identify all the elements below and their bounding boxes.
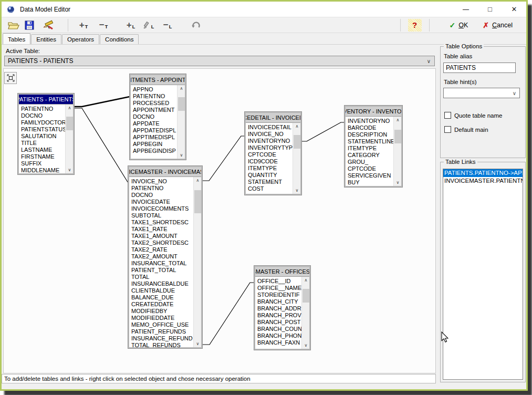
field-row[interactable]: BRANCH_COUN [257,326,301,332]
field-row[interactable]: ITEMTYPE [348,145,393,152]
field-row[interactable]: FAMILYDOCTOR [21,119,65,126]
table-header[interactable]: PATIENTS - PATIENTS [19,95,73,105]
table-header[interactable]: INVOICEMASTER - INVOICEMASTER [129,167,201,177]
table-scrollbar[interactable]: ∧∨ [293,123,300,194]
field-row[interactable]: INVENTORYNO [248,138,293,144]
refresh-button[interactable] [189,18,203,32]
scroll-thumb[interactable] [194,190,201,213]
field-row[interactable]: APPTIMEDISPL [133,134,177,141]
field-row[interactable]: DESCRIPTION [348,131,393,138]
link-patients-invoicemaster[interactable] [74,108,128,183]
field-row[interactable]: TOTAL [131,274,193,280]
clear-model-button[interactable] [41,18,55,32]
scroll-down-icon[interactable]: ∨ [293,187,301,194]
field-row[interactable]: ICD9CODE [248,158,293,165]
field-row[interactable]: MIDDLENAME [21,167,65,173]
scroll-thumb[interactable] [302,289,309,303]
field-row[interactable]: DOCNO [21,112,65,119]
table-scrollbar[interactable]: ∧∨ [301,277,309,349]
field-row[interactable]: BRANCH_PROV [257,312,301,319]
default-main-checkbox[interactable]: Default main [444,126,488,133]
tab-entities[interactable]: Entities [31,34,61,44]
field-row[interactable]: SUFFIX [21,160,65,167]
table-header[interactable]: INVENTORY - INVENTORY [346,107,401,117]
field-row[interactable]: APPDATEDISPL [133,127,177,134]
field-row[interactable]: STATEMENTLINE [348,138,393,145]
tab-operators[interactable]: Operators [62,34,99,44]
minimize-button[interactable]: — [454,2,478,17]
table-patients[interactable]: PATIENTS - PATIENTSPATIENTNODOCNOFAMILYD… [18,93,74,174]
field-row[interactable]: INVENTORYTYPE [248,144,293,151]
field-row[interactable]: APPDATE [133,120,177,127]
field-row[interactable]: BRANCH_ADDR [257,305,301,312]
scroll-down-icon[interactable]: ∨ [394,179,402,186]
field-row[interactable]: APPBEGIN [133,141,177,148]
scroll-down-icon[interactable]: ∨ [66,167,74,173]
field-row[interactable]: TAXE1_SHORTDESC [131,219,193,226]
field-row[interactable]: LASTNAME [21,147,65,153]
field-row[interactable]: STOREIDENTIF [257,292,301,298]
table-invoicemaster[interactable]: INVOICEMASTER - INVOICEMASTERINVOICE_NOP… [128,166,202,348]
field-row[interactable]: BALANCE_DUE [131,294,193,301]
table-header[interactable]: OFFICESMASTER - OFFICESMASTER [255,267,309,277]
table-link-item[interactable]: PATIENTS.PATIENTNO->APPOINTMENTS.PATIENT… [443,169,523,177]
fit-to-screen-button[interactable] [4,72,17,84]
field-row[interactable]: QUANTITY [248,172,293,179]
link-invoicedetail-inventory[interactable] [301,122,345,141]
field-row[interactable]: CPTCODE [348,165,393,172]
scroll-up-icon[interactable]: ∧ [394,117,402,123]
field-row[interactable]: DOCNO [131,192,193,199]
field-row[interactable]: PATIENTNO [21,106,65,112]
field-row[interactable]: BARCODE [348,124,393,131]
table-scrollbar[interactable]: ∧∨ [177,85,185,159]
scroll-up-icon[interactable]: ∧ [66,105,74,111]
scroll-up-icon[interactable]: ∧ [178,85,185,92]
field-row[interactable]: INVOICECOMMENTS [131,205,193,212]
field-row[interactable]: MEMO_OFFICE_USE [131,321,193,328]
edit-link-button[interactable]: L [142,18,155,32]
delete-link-button[interactable]: −L [161,18,174,32]
field-row[interactable]: APPNO [133,86,177,93]
field-row[interactable]: PATIENTSTATUS [21,126,65,133]
active-table-combobox[interactable]: PATIENTS - PATIENTS ∨ [4,56,435,66]
field-row[interactable]: CREATEDDATE [131,301,193,308]
field-row[interactable]: TOTAL_REFUNDS [131,342,193,347]
table-links-listbox[interactable]: PATIENTS.PATIENTNO->APPOINTMENTS.PATIENT… [443,169,523,380]
field-row[interactable]: TAXE2_RATE [131,246,193,253]
table-header[interactable]: INVOICEDETAIL - INVOICEDETAIL [246,113,300,123]
field-row[interactable]: PATIENTNO [131,185,193,192]
table-hints-combobox[interactable]: ∨ [443,88,520,98]
tab-tables[interactable]: Tables [3,33,30,44]
field-row[interactable]: INVOICE_NO [248,131,293,138]
field-row[interactable]: TAXE1_RATE [131,226,193,233]
add-link-button[interactable]: +L [124,18,138,32]
table-invoicedetail[interactable]: INVOICEDETAIL - INVOICEDETAILINVOICEDETA… [245,112,301,195]
table-scrollbar[interactable]: ∧∨ [193,177,201,347]
field-row[interactable]: COST [248,185,293,192]
open-button[interactable] [7,18,20,32]
field-row[interactable]: GROU_ [348,159,393,165]
field-row[interactable]: TAXE2_SHORTDESC [131,240,193,246]
field-row[interactable]: BRANCH_FAXN [257,339,301,346]
ok-button[interactable]: ✓ OK [442,17,476,33]
scroll-down-icon[interactable]: ∨ [302,342,310,349]
table-scrollbar[interactable]: ∧∨ [393,117,401,186]
field-row[interactable]: PROCESSED [133,100,177,107]
field-row[interactable]: DOCNO [133,113,177,120]
field-row[interactable]: INVENTORYNO [348,118,393,124]
field-row[interactable]: SUBTOTAL [131,212,193,219]
table-appointments[interactable]: APPOINTMENTS - APPOINTMENTSAPPNOPATIENTN… [130,74,186,160]
scroll-down-icon[interactable]: ∨ [194,340,202,347]
table-inventory[interactable]: INVENTORY - INVENTORYINVENTORYNOBARCODED… [345,106,402,187]
field-row[interactable]: TAXE1_AMOUNT [131,233,193,240]
help-button[interactable]: ? [408,19,422,32]
close-button[interactable]: ✕ [502,2,526,17]
field-row[interactable]: APPBEGINDISP [133,148,177,154]
scroll-thumb[interactable] [178,97,185,111]
field-row[interactable]: PATIENTNO [133,93,177,100]
scroll-down-icon[interactable]: ∨ [178,152,185,159]
field-row[interactable]: INVOICE_NO [131,178,193,185]
field-row[interactable]: MODIFIEDDATE [131,315,193,321]
scroll-up-icon[interactable]: ∧ [293,123,301,130]
scroll-thumb[interactable] [66,117,73,130]
